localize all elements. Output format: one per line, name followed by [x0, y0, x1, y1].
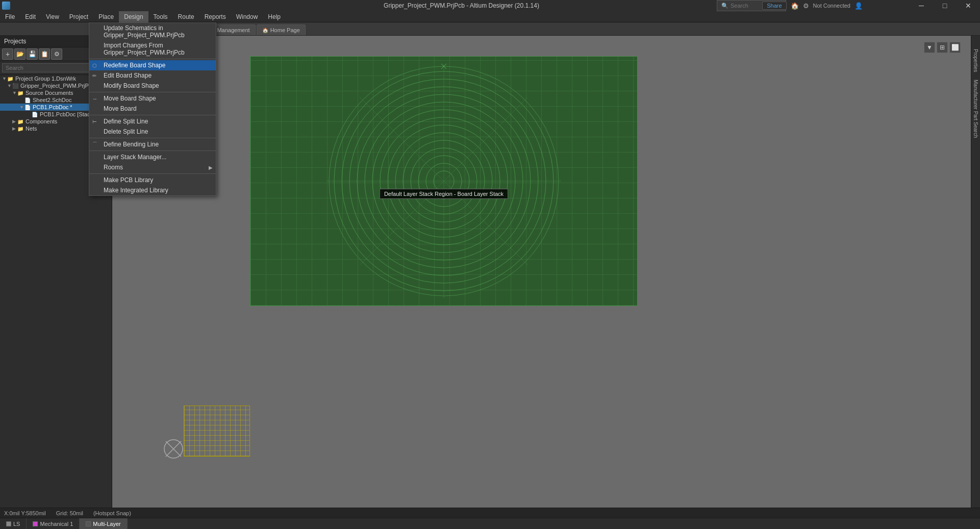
menu-project[interactable]: Project	[64, 11, 93, 22]
menu-import-changes[interactable]: Import Changes From Gripper_Project_PWM.…	[89, 40, 216, 58]
save-all-icon[interactable]: 📋	[39, 48, 50, 60]
share-button[interactable]: Share	[762, 2, 786, 10]
right-panel: Properties Manufacturer Part Search	[971, 36, 980, 508]
menu-bar: File Edit View Project Place Design Tool…	[0, 11, 980, 22]
filter-icon[interactable]: ▼	[924, 42, 935, 53]
menu-layer-stack-manager[interactable]: Layer Stack Manager...	[89, 152, 216, 162]
app-icon	[2, 2, 10, 10]
canvas-toolbar: ▼ ⊞ ⬜	[924, 42, 961, 53]
status-bar: X:0mil Y:5850mil Grid: 50mil (Hotspot Sn…	[0, 508, 980, 518]
mechanical1-color-swatch	[33, 521, 38, 526]
home-icon[interactable]: 🏠	[791, 2, 799, 10]
pcb-circles	[326, 64, 561, 298]
save-icon[interactable]: 💾	[27, 48, 38, 60]
move-shape-icon: ↔	[92, 96, 97, 102]
menu-delete-split-line[interactable]: Delete Split Line	[89, 127, 216, 137]
settings-icon[interactable]: ⚙	[51, 48, 62, 60]
bottom-tabs: LS Mechanical 1 Multi-Layer	[0, 518, 980, 529]
bottom-tab-ls[interactable]: LS	[0, 518, 27, 529]
manufacturer-parts-tab[interactable]: Manufacturer Part Search	[972, 77, 979, 141]
close-button[interactable]: ✕	[957, 0, 980, 11]
menu-make-integrated-library[interactable]: Make Integrated Library	[89, 185, 216, 195]
menu-file[interactable]: File	[0, 11, 20, 22]
user-icon[interactable]: 👤	[855, 2, 863, 10]
yellow-grid	[184, 406, 250, 457]
menu-update-schematics[interactable]: Update Schematics in Gripper_Project_PWM…	[89, 23, 216, 40]
menu-divider-4	[89, 138, 216, 138]
home-tab-icon: 🏠	[262, 28, 268, 33]
not-connected-status: Not Connected	[813, 3, 850, 9]
redefine-icon: ⬡	[92, 63, 97, 68]
view-split-icon[interactable]: ⬜	[949, 42, 961, 53]
multi-layer-color-swatch	[86, 521, 91, 526]
ls-color-swatch	[6, 521, 11, 526]
menu-place[interactable]: Place	[93, 11, 119, 22]
menu-define-split-line[interactable]: ⊢ Define Split Line	[89, 116, 216, 127]
menu-modify-board-shape[interactable]: Modify Board Shape	[89, 81, 216, 91]
menu-view[interactable]: View	[41, 11, 64, 22]
menu-design[interactable]: Design	[119, 11, 148, 22]
menu-route[interactable]: Route	[173, 11, 199, 22]
menu-make-pcb-library[interactable]: Make PCB Library	[89, 175, 216, 185]
menu-reports[interactable]: Reports	[199, 11, 231, 22]
menu-divider-6	[89, 173, 216, 174]
search-icon: 🔍	[721, 3, 728, 9]
menu-divider-5	[89, 150, 216, 151]
design-dropdown-menu: Update Schematics in Gripper_Project_PWM…	[89, 22, 216, 196]
coord-display: X:0mil Y:5850mil	[4, 510, 46, 516]
x-circle-symbol	[163, 439, 184, 459]
open-icon[interactable]: 📂	[14, 48, 26, 60]
submenu-arrow: ▶	[209, 165, 213, 170]
new-icon[interactable]: +	[2, 48, 13, 60]
menu-tools[interactable]: Tools	[148, 11, 173, 22]
split-icon: ⊢	[92, 119, 97, 124]
title-bar: Gripper_Project_PWM.PrjPcb - Altium Desi…	[0, 0, 980, 11]
settings-icon[interactable]: ⚙	[803, 2, 809, 10]
menu-divider-3	[89, 115, 216, 115]
maximize-button[interactable]: □	[933, 0, 957, 11]
minimize-button[interactable]: ─	[910, 0, 933, 11]
menu-rooms[interactable]: Rooms ▶	[89, 162, 216, 172]
board-tooltip: Default Layer Stack Region - Board Layer…	[380, 189, 508, 199]
menu-move-board-shape[interactable]: ↔ Move Board Shape	[89, 93, 216, 104]
menu-define-bending-line[interactable]: ⌒ Define Bending Line	[89, 139, 216, 149]
top-right-actions: Share 🏠 ⚙ Not Connected 👤	[762, 0, 863, 11]
menu-edit-board-shape[interactable]: ✏ Edit Board Shape	[89, 70, 216, 81]
window-controls: ─ □ ✕	[910, 0, 980, 11]
snap-display: (Hotspot Snap)	[93, 510, 131, 516]
bottom-tab-mechanical1[interactable]: Mechanical 1	[27, 518, 80, 529]
menu-edit[interactable]: Edit	[20, 11, 41, 22]
menu-move-board[interactable]: Move Board	[89, 104, 216, 114]
pcb-board: Default Layer Stack Region - Board Layer…	[250, 56, 638, 306]
menu-window[interactable]: Window	[231, 11, 263, 22]
grid-display: Grid: 50mil	[56, 510, 83, 516]
view-single-icon[interactable]: ⊞	[937, 42, 948, 53]
pcb-canvas[interactable]: ▼ ⊞ ⬜	[112, 36, 971, 508]
properties-tab[interactable]: Properties	[972, 46, 979, 75]
edit-icon: ✏	[92, 73, 96, 79]
menu-divider-1	[89, 59, 216, 59]
bend-icon: ⌒	[92, 141, 97, 148]
menu-divider-2	[89, 92, 216, 92]
bottom-tab-multi-layer[interactable]: Multi-Layer	[80, 518, 127, 529]
menu-help[interactable]: Help	[263, 11, 286, 22]
tab-home-page[interactable]: 🏠 Home Page	[257, 24, 306, 35]
menu-redefine-board-shape[interactable]: ⬡ Redefine Board Shape	[89, 60, 216, 70]
